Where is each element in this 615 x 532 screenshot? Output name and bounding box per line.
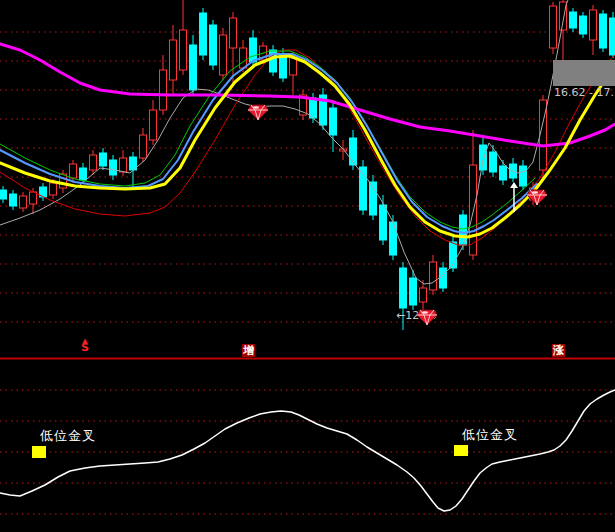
candle-down bbox=[10, 190, 17, 210]
candle-down bbox=[450, 235, 457, 272]
zeng-badge: 增 bbox=[242, 344, 255, 357]
line-MA-blue bbox=[0, 54, 537, 233]
candle-down bbox=[600, 10, 607, 52]
candle-down bbox=[190, 35, 197, 95]
golden-cross-marker bbox=[32, 446, 46, 458]
candle-down bbox=[490, 145, 497, 177]
zhang-badge: 涨 bbox=[552, 344, 565, 357]
candle-down bbox=[500, 160, 507, 185]
candle-down bbox=[0, 186, 7, 203]
candle-up bbox=[150, 100, 157, 145]
line-MA-yellow bbox=[0, 56, 615, 237]
candle-up bbox=[140, 128, 147, 162]
candle-up bbox=[180, 0, 187, 75]
stock-chart-app: 16.62 - 17. ←12.45 ▲ S 增 涨 低位金叉 低位金叉 bbox=[0, 0, 615, 532]
candle-up bbox=[170, 25, 177, 95]
candle-down bbox=[370, 175, 377, 220]
candle-down bbox=[200, 8, 207, 60]
candle-down bbox=[320, 88, 327, 130]
tooltip-box bbox=[553, 60, 615, 86]
candle-up bbox=[20, 192, 27, 212]
gem-icon bbox=[416, 309, 438, 326]
candle-up bbox=[160, 55, 167, 115]
signal-s-marker: ▲ S bbox=[81, 338, 89, 351]
golden-cross-label-2: 低位金叉 bbox=[462, 428, 518, 442]
candle-down bbox=[270, 45, 277, 76]
candle-down bbox=[350, 130, 357, 170]
gem-icon bbox=[247, 104, 269, 121]
candle-down bbox=[520, 160, 527, 190]
golden-cross-label-1: 低位金叉 bbox=[40, 429, 96, 443]
candle-down bbox=[330, 100, 337, 152]
candle-up bbox=[220, 28, 227, 80]
signal-s-label: S bbox=[81, 341, 89, 354]
candle-up bbox=[340, 140, 347, 160]
candle-down bbox=[100, 148, 107, 170]
candle-down bbox=[110, 155, 117, 180]
chart-canvas[interactable] bbox=[0, 0, 615, 532]
candle-up bbox=[470, 130, 477, 260]
golden-cross-marker bbox=[454, 445, 468, 456]
candle-up bbox=[430, 255, 437, 295]
gem-icon bbox=[526, 189, 548, 206]
line-white-indicator-line bbox=[0, 390, 615, 511]
line-MA-green bbox=[0, 51, 535, 229]
candle-down bbox=[580, 12, 587, 38]
candle-down bbox=[360, 160, 367, 215]
candle-up bbox=[300, 90, 307, 120]
candle-up bbox=[550, 2, 557, 54]
candle-down bbox=[480, 138, 487, 175]
price-range-label: 16.62 - 17. bbox=[554, 87, 614, 99]
candle-down bbox=[610, 12, 615, 58]
candle-down bbox=[570, 8, 577, 32]
candle-down bbox=[210, 20, 217, 70]
candle-up bbox=[590, 5, 597, 55]
candle-up bbox=[540, 95, 547, 178]
